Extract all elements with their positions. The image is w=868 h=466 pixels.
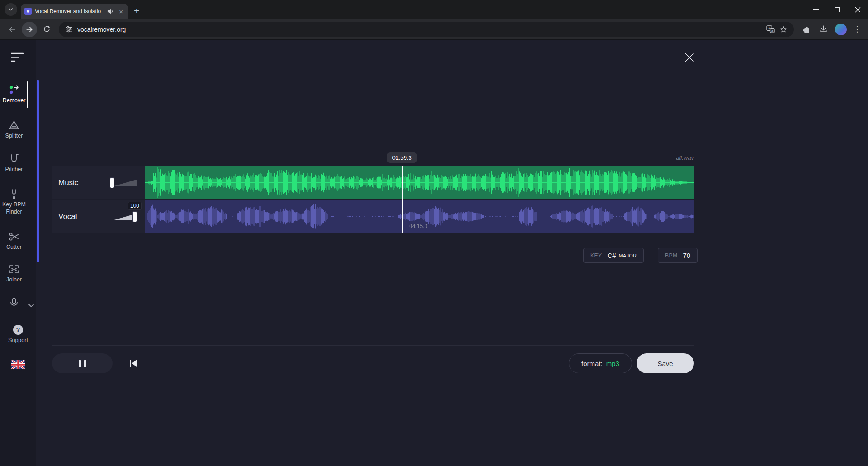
joiner-icon — [9, 264, 19, 274]
svg-text:a: a — [771, 29, 773, 33]
skip-to-start-button[interactable] — [125, 357, 142, 370]
profile-avatar[interactable] — [835, 24, 847, 35]
bookmark-star-icon[interactable] — [779, 25, 788, 33]
playhead[interactable] — [402, 166, 403, 233]
sidebar-item-label: Pitcher — [5, 166, 23, 173]
tab-close-button[interactable]: × — [117, 7, 125, 16]
tab-title: Vocal Remover and Isolatio — [35, 8, 104, 14]
format-label: format: — [581, 360, 603, 367]
browser-menu-button[interactable]: ⋮ — [851, 24, 863, 34]
key-label: KEY — [590, 252, 602, 259]
music-track-header: Music — [52, 166, 145, 199]
window-close-button[interactable] — [847, 0, 868, 19]
playhead-time-tooltip: 01:59.3 — [387, 152, 416, 163]
sidebar-item-remover[interactable]: Remover — [0, 85, 28, 105]
browser-toolbar: vocalremover.org Aa ⋮ — [0, 19, 868, 40]
playhead-time: 01:59.3 — [392, 154, 411, 161]
sidebar-item-label: Splitter — [5, 133, 23, 140]
bpm-value: 70 — [683, 252, 691, 259]
tab-strip: V Vocal Remover and Isolatio × + — [0, 0, 868, 19]
app-close-button[interactable] — [682, 50, 697, 65]
remover-icon — [9, 85, 19, 95]
close-icon — [855, 7, 861, 13]
sidebar-item-pitcher[interactable]: Pitcher — [0, 154, 28, 173]
sidebar-item-joiner[interactable]: Joiner — [0, 264, 28, 284]
pitcher-icon — [9, 154, 19, 164]
language-flag-button[interactable] — [0, 360, 36, 369]
refresh-button[interactable] — [39, 22, 54, 37]
new-tab-button[interactable]: + — [134, 6, 139, 15]
back-arrow-icon — [8, 25, 17, 34]
scroll-down-chevron-icon[interactable] — [28, 304, 34, 308]
tab-audio-icon[interactable] — [107, 8, 114, 14]
sidebar-item-label: Joiner — [6, 276, 22, 284]
sidebar-item-label: Remover — [3, 97, 26, 105]
chevron-down-icon — [8, 6, 14, 13]
vocal-track-header: Vocal 100 — [52, 200, 145, 233]
sidebar-scrollbar[interactable] — [37, 80, 39, 262]
sidebar-item-key-bpm-finder[interactable]: Key BPM Finder — [0, 189, 28, 215]
music-volume-wedge — [113, 180, 137, 186]
sidebar-item-label: Support — [8, 337, 28, 344]
format-value: mp3 — [606, 360, 619, 367]
tuning-fork-icon — [9, 189, 19, 199]
vocal-volume-slider[interactable] — [109, 211, 137, 223]
forward-button[interactable] — [22, 22, 37, 37]
skip-to-start-icon — [129, 359, 138, 367]
sidebar-item-cutter[interactable]: Cutter — [0, 232, 28, 251]
maximize-icon — [835, 7, 840, 12]
vocal-volume-handle[interactable] — [132, 211, 137, 222]
sidebar-item-recorder[interactable] — [0, 298, 28, 308]
sidebar-item-splitter[interactable]: Splitter — [0, 120, 28, 140]
extensions-button[interactable] — [798, 22, 814, 37]
url-text[interactable]: vocalremover.org — [77, 26, 762, 33]
scissors-icon — [9, 232, 19, 242]
key-scale: MAJOR — [619, 253, 637, 258]
cursor-time-label: 04:15.0 — [409, 223, 427, 229]
track-row-vocal: Vocal 100 — [52, 200, 694, 233]
browser-tab[interactable]: V Vocal Remover and Isolatio × — [21, 4, 128, 19]
tracks: 01:59.3 Music Vocal 100 — [52, 166, 694, 233]
forward-arrow-icon — [25, 25, 34, 34]
browser-chrome: V Vocal Remover and Isolatio × + — [0, 0, 868, 40]
vocal-volume-value: 100 — [128, 202, 142, 210]
bpm-badge: BPM 70 — [658, 248, 698, 263]
site-favicon-icon: V — [24, 8, 32, 15]
sidebar-item-support[interactable]: ? Support — [0, 325, 36, 344]
filename-label: all.wav — [676, 154, 694, 161]
format-selector[interactable]: format: mp3 — [569, 353, 632, 373]
music-track-label: Music — [58, 178, 78, 187]
window-minimize-button[interactable] — [806, 0, 826, 19]
track-row-music: Music — [52, 166, 694, 199]
url-bar[interactable]: vocalremover.org Aa — [59, 22, 794, 37]
music-waveform[interactable] — [145, 166, 694, 199]
hamburger-icon — [11, 52, 24, 62]
close-icon — [684, 52, 695, 63]
music-volume-slider[interactable] — [109, 177, 137, 189]
vocal-remover-app: Remover Splitter Pitcher Key BPM Finder — [0, 40, 868, 466]
uk-flag-icon — [11, 360, 25, 369]
sidebar: Remover Splitter Pitcher Key BPM Finder — [0, 40, 36, 466]
pause-icon — [84, 360, 86, 367]
key-value: C# — [608, 252, 616, 259]
download-icon — [819, 25, 828, 33]
sidebar-item-label: Cutter — [6, 244, 22, 251]
music-volume-handle[interactable] — [110, 177, 114, 188]
question-icon: ? — [13, 325, 23, 335]
back-button[interactable] — [5, 22, 20, 37]
site-info-icon[interactable] — [65, 25, 73, 33]
pause-button[interactable] — [52, 353, 113, 373]
bpm-label: BPM — [665, 252, 678, 259]
downloads-button[interactable] — [816, 22, 831, 37]
microphone-icon — [9, 298, 19, 308]
bottom-divider — [52, 345, 694, 346]
puzzle-icon — [802, 25, 811, 33]
pause-icon — [79, 360, 81, 367]
window-maximize-button[interactable] — [826, 0, 847, 19]
save-button[interactable]: Save — [637, 353, 694, 373]
refresh-icon — [42, 25, 51, 33]
splitter-icon — [9, 120, 19, 130]
translate-icon[interactable]: Aa — [766, 25, 775, 33]
menu-hamburger-button[interactable] — [11, 52, 24, 62]
tab-search-button[interactable] — [5, 3, 17, 16]
